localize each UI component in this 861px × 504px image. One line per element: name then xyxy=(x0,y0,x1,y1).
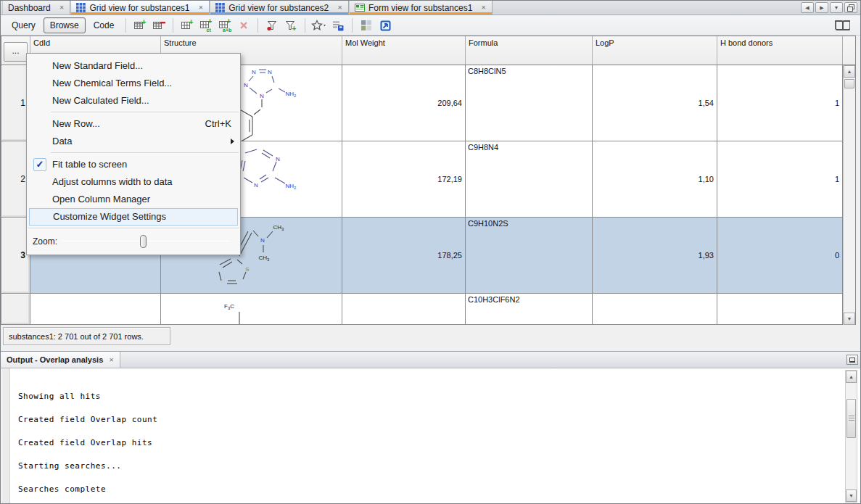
grid-options-context-menu: New Standard Field... New Chemical Terms… xyxy=(26,53,241,255)
menu-item-new-calculated-field[interactable]: New Calculated Field... xyxy=(27,92,240,110)
svg-text:N: N xyxy=(276,156,280,162)
row-header[interactable] xyxy=(1,294,30,325)
tab-form-view-substances1[interactable]: Form view for substances1 ✕ xyxy=(349,1,493,15)
export-view-icon[interactable] xyxy=(376,17,394,34)
menu-separator xyxy=(28,228,239,229)
output-tab-bar: Output - Overlap analysis ✕ xyxy=(1,352,861,368)
cell-logp[interactable]: 1,10 xyxy=(593,141,717,218)
menu-item-adjust-columns-width[interactable]: Adjust columns width to data xyxy=(27,173,240,191)
tab-list-dropdown-button[interactable]: ▼ xyxy=(830,2,843,13)
cell-structure[interactable]: F3C xyxy=(161,294,342,325)
cell-formula[interactable]: C9H10N2S xyxy=(466,218,593,294)
cell-h-bond-donors[interactable]: 1 xyxy=(717,141,843,218)
widgets-icon[interactable] xyxy=(358,17,375,34)
favorites-icon[interactable] xyxy=(310,17,328,34)
svg-text:ct: ct xyxy=(206,27,211,32)
svg-text:a+b: a+b xyxy=(223,27,231,32)
cell-logp[interactable]: 1,93 xyxy=(593,218,717,294)
cell-cdid[interactable] xyxy=(30,294,161,325)
new-chemical-terms-field-icon[interactable]: +ct xyxy=(197,17,215,34)
tab-scroll-controls: ◀ ▶ ▼ xyxy=(801,2,857,13)
new-calculated-field-icon[interactable]: +a+b xyxy=(216,17,234,34)
svg-text:+: + xyxy=(189,19,193,26)
scroll-tabs-right-button[interactable]: ▶ xyxy=(815,2,828,13)
menu-item-data[interactable]: Data xyxy=(27,133,240,150)
tab-grid-view-substances1[interactable]: Grid view for substances1 ✕ xyxy=(70,1,210,15)
grid-vertical-scrollbar[interactable]: ▲ ▼ xyxy=(843,65,855,325)
scrollbar-thumb[interactable] xyxy=(846,399,856,438)
cell-logp[interactable]: 1,54 xyxy=(593,65,717,141)
close-icon[interactable]: ✕ xyxy=(337,4,343,11)
table-row[interactable]: F3C C10H3ClF6N2 xyxy=(1,294,855,325)
tab-dashboard[interactable]: Dashboard ✕ xyxy=(2,1,70,15)
close-icon[interactable]: ✕ xyxy=(59,4,65,11)
zoom-slider-thumb[interactable] xyxy=(140,235,147,248)
svg-text:+: + xyxy=(226,19,231,25)
grid-options-button[interactable]: ... xyxy=(4,42,28,62)
cell-mol-weight[interactable] xyxy=(342,294,466,325)
browse-mode-button[interactable]: Browse xyxy=(44,17,86,33)
cell-formula[interactable]: C9H8N4 xyxy=(466,141,593,218)
close-icon[interactable]: ✕ xyxy=(109,357,114,363)
menu-item-new-chemical-terms-field[interactable]: New Chemical Terms Field... xyxy=(27,75,240,92)
minimize-panel-button[interactable] xyxy=(846,355,858,365)
column-header-logp[interactable]: LogP xyxy=(593,36,717,65)
tab-grid-view-substances2[interactable]: Grid view for substances2 ✕ xyxy=(210,1,349,15)
add-filter-icon[interactable]: + xyxy=(282,17,300,34)
status-bar: substances1: 2 701 out of 2 701 rows. xyxy=(3,327,170,345)
console-line: Created field Overlap hits xyxy=(18,431,844,454)
menu-item-customize-widget-settings[interactable]: Customize Widget Settings xyxy=(29,208,238,226)
cell-mol-weight[interactable]: 178,25 xyxy=(342,218,466,294)
menu-item-new-row[interactable]: New Row... Ctrl+K xyxy=(27,115,240,133)
menu-item-open-column-manager[interactable]: Open Column Manager xyxy=(27,191,240,208)
scroll-down-icon[interactable]: ▼ xyxy=(844,313,855,325)
cell-mol-weight[interactable]: 209,64 xyxy=(342,65,466,141)
remove-field-icon[interactable] xyxy=(235,17,252,34)
close-icon[interactable]: ✕ xyxy=(480,4,487,11)
svg-text:NH2: NH2 xyxy=(286,91,297,98)
query-mode-button[interactable]: Query xyxy=(5,17,42,33)
add-row-icon[interactable]: + xyxy=(131,17,149,34)
book-icon[interactable] xyxy=(833,17,850,34)
svg-text:N: N xyxy=(252,69,256,75)
delete-row-icon[interactable] xyxy=(150,17,168,34)
row-count-status: substances1: 2 701 out of 2 701 rows. xyxy=(9,332,144,341)
maximize-window-button[interactable] xyxy=(844,2,857,13)
manage-lists-icon[interactable] xyxy=(329,17,347,34)
tab-output-overlap-analysis[interactable]: Output - Overlap analysis ✕ xyxy=(1,352,120,368)
output-vertical-scrollbar[interactable]: ▲ ▼ xyxy=(845,370,857,503)
column-header-formula[interactable]: Formula xyxy=(466,36,593,65)
menu-item-fit-table-to-screen[interactable]: ✓ Fit table to screen xyxy=(27,156,240,173)
scroll-down-icon[interactable]: ▼ xyxy=(846,489,857,502)
cell-h-bond-donors[interactable] xyxy=(717,294,843,325)
svg-text:+: + xyxy=(292,24,297,32)
console-output[interactable]: Showing all hits Created field Overlap c… xyxy=(11,368,844,504)
column-header-mol-weight[interactable]: Mol Weight xyxy=(342,36,466,65)
scroll-up-icon[interactable]: ▲ xyxy=(844,65,855,78)
scroll-tabs-left-button[interactable]: ◀ xyxy=(801,2,814,13)
console-line: Showing all hits xyxy=(18,384,844,408)
zoom-slider[interactable] xyxy=(62,234,230,249)
svg-text:S: S xyxy=(245,266,249,273)
cell-mol-weight[interactable]: 172,19 xyxy=(342,141,466,218)
form-view-icon xyxy=(355,3,365,12)
code-mode-button[interactable]: Code xyxy=(87,17,121,33)
svg-text:N: N xyxy=(268,69,272,75)
column-header-h-bond-donors[interactable]: H bond donors xyxy=(717,36,843,65)
scrollbar-thumb[interactable] xyxy=(844,79,854,88)
cell-logp[interactable] xyxy=(593,294,717,325)
close-icon[interactable]: ✕ xyxy=(197,4,204,11)
cell-formula[interactable]: C10H3ClF6N2 xyxy=(466,294,593,325)
svg-text:F3C: F3C xyxy=(224,303,234,310)
svg-text:+: + xyxy=(141,19,146,26)
shortcut-label: Ctrl+K xyxy=(205,115,231,133)
new-standard-field-icon[interactable]: + xyxy=(178,17,196,34)
svg-text:N: N xyxy=(244,82,248,88)
menu-item-new-standard-field[interactable]: New Standard Field... xyxy=(27,57,240,75)
cell-formula[interactable]: C8H8ClN5 xyxy=(466,65,593,141)
filter-icon[interactable] xyxy=(263,17,281,34)
cell-h-bond-donors[interactable]: 0 xyxy=(717,218,843,294)
console-line: Created field Overlap count xyxy=(18,408,844,431)
scroll-up-icon[interactable]: ▲ xyxy=(846,371,857,383)
cell-h-bond-donors[interactable]: 1 xyxy=(717,65,843,141)
